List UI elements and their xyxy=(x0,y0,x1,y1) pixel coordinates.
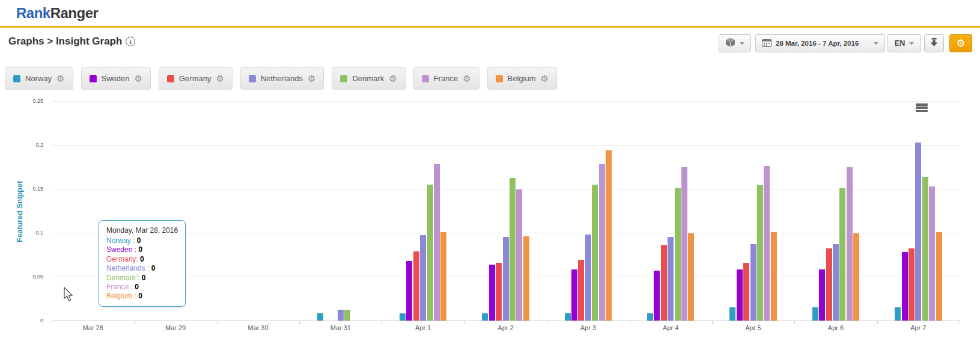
bar-france-apr2[interactable] xyxy=(516,189,522,321)
download-button[interactable] xyxy=(924,34,944,52)
bar-netherlands-mar31[interactable] xyxy=(338,310,344,321)
tooltip-row-norway: Norway : 0 xyxy=(106,236,178,245)
calendar-icon xyxy=(762,38,772,48)
series-color-swatch xyxy=(340,75,347,82)
bar-germany-apr4[interactable] xyxy=(661,245,667,321)
download-icon xyxy=(930,37,939,49)
gear-icon[interactable]: ⚙ xyxy=(56,74,64,83)
settings-button[interactable]: ⚙ xyxy=(949,34,972,52)
bar-france-apr3[interactable] xyxy=(599,164,605,321)
bar-germany-apr2[interactable] xyxy=(496,263,502,321)
legend-chip-belgium[interactable]: Belgium⚙ xyxy=(487,67,557,90)
gridline xyxy=(52,101,960,102)
x-tick-label: Mar 28 xyxy=(66,324,120,331)
language-dropdown-button[interactable]: EN xyxy=(887,34,921,52)
gear-icon[interactable]: ⚙ xyxy=(463,74,470,83)
bar-norway-apr1[interactable] xyxy=(400,313,406,321)
bar-norway-apr3[interactable] xyxy=(565,313,571,321)
legend-chip-norway[interactable]: Norway⚙ xyxy=(5,67,73,90)
date-range-button[interactable]: 28 Mar, 2016 - 7 Apr, 2016 xyxy=(755,34,885,52)
bar-norway-apr5[interactable] xyxy=(729,307,735,321)
logo-rank-text: Rank xyxy=(16,5,50,21)
gear-icon[interactable]: ⚙ xyxy=(308,74,315,83)
bar-france-apr1[interactable] xyxy=(434,164,440,321)
bar-netherlands-apr7[interactable] xyxy=(915,143,921,321)
x-tick-label: Apr 6 xyxy=(809,324,863,331)
bar-denmark-apr2[interactable] xyxy=(510,178,516,321)
bar-netherlands-apr2[interactable] xyxy=(503,237,509,321)
bar-belgium-apr5[interactable] xyxy=(771,232,777,321)
tooltip-row-netherlands: Netherlands : 0 xyxy=(106,264,178,273)
gear-icon[interactable]: ⚙ xyxy=(135,74,142,83)
bar-germany-apr1[interactable] xyxy=(413,251,419,321)
x-tick-label: Mar 30 xyxy=(231,324,285,331)
bar-france-apr4[interactable] xyxy=(681,167,687,321)
rankranger-logo[interactable]: RankRanger xyxy=(16,5,98,22)
bar-germany-apr6[interactable] xyxy=(826,248,832,321)
bar-belgium-apr3[interactable] xyxy=(606,150,612,321)
info-icon[interactable]: i xyxy=(126,37,135,46)
legend-chip-germany[interactable]: Germany⚙ xyxy=(159,67,233,90)
gridline xyxy=(52,145,960,146)
bar-norway-apr7[interactable] xyxy=(895,307,901,321)
x-tick-label: Mar 31 xyxy=(314,324,368,331)
bar-netherlands-apr5[interactable] xyxy=(750,244,756,321)
gear-icon[interactable]: ⚙ xyxy=(216,74,224,83)
legend-chip-netherlands[interactable]: Netherlands⚙ xyxy=(240,67,324,90)
rankranger-app: RankRanger Graphs > Insight Graphi 28 Ma… xyxy=(0,0,980,338)
bar-sweden-apr5[interactable] xyxy=(737,269,743,321)
date-range-label: 28 Mar, 2016 - 7 Apr, 2016 xyxy=(776,40,859,47)
bar-sweden-apr2[interactable] xyxy=(489,265,495,321)
bar-germany-apr5[interactable] xyxy=(743,263,749,321)
bar-sweden-apr1[interactable] xyxy=(406,261,412,321)
bar-germany-apr7[interactable] xyxy=(908,248,915,321)
package-cube-icon xyxy=(725,37,735,50)
bar-norway-apr2[interactable] xyxy=(482,313,488,321)
x-axis-tick xyxy=(794,321,795,324)
bar-denmark-apr6[interactable] xyxy=(839,188,845,321)
legend-chip-france[interactable]: France⚙ xyxy=(413,67,479,90)
x-tick-label: Apr 7 xyxy=(891,324,945,331)
gold-divider xyxy=(0,26,980,28)
bar-france-apr7[interactable] xyxy=(929,186,935,321)
chart-context-menu-icon[interactable] xyxy=(916,103,928,112)
bar-norway-apr4[interactable] xyxy=(647,313,653,321)
bar-sweden-apr6[interactable] xyxy=(819,269,825,321)
gear-icon[interactable]: ⚙ xyxy=(389,74,397,83)
bar-france-apr5[interactable] xyxy=(764,166,770,321)
bar-sweden-apr7[interactable] xyxy=(902,252,908,321)
bar-sweden-apr4[interactable] xyxy=(654,271,660,321)
top-header-bar: RankRanger xyxy=(0,0,980,26)
bar-netherlands-apr6[interactable] xyxy=(833,244,839,321)
bar-norway-apr6[interactable] xyxy=(812,307,818,321)
bar-netherlands-apr3[interactable] xyxy=(585,235,591,321)
bar-germany-apr3[interactable] xyxy=(578,260,584,321)
x-tick-label: Apr 5 xyxy=(726,324,781,331)
bar-belgium-apr6[interactable] xyxy=(853,233,859,321)
bar-france-apr6[interactable] xyxy=(847,167,853,321)
bar-belgium-apr1[interactable] xyxy=(440,232,446,321)
bar-sweden-apr3[interactable] xyxy=(571,269,577,321)
series-color-swatch xyxy=(90,75,97,82)
bar-netherlands-apr1[interactable] xyxy=(420,235,426,321)
bar-belgium-apr7[interactable] xyxy=(936,232,942,321)
x-tick-label: Apr 2 xyxy=(479,324,533,331)
legend-label: France xyxy=(434,74,458,83)
legend-chip-sweden[interactable]: Sweden⚙ xyxy=(81,67,151,90)
series-color-swatch xyxy=(249,75,256,82)
bar-netherlands-apr4[interactable] xyxy=(668,237,674,321)
bar-denmark-apr7[interactable] xyxy=(922,177,928,321)
bar-denmark-apr3[interactable] xyxy=(592,185,598,321)
x-axis-tick xyxy=(960,321,960,324)
x-axis-line xyxy=(52,321,960,321)
bar-denmark-apr1[interactable] xyxy=(427,185,433,321)
gear-icon[interactable]: ⚙ xyxy=(541,74,549,83)
legend-chip-denmark[interactable]: Denmark⚙ xyxy=(332,67,405,90)
bar-denmark-mar31[interactable] xyxy=(344,310,350,321)
bar-belgium-apr4[interactable] xyxy=(688,233,694,321)
bar-norway-mar31[interactable] xyxy=(317,313,323,321)
bar-denmark-apr4[interactable] xyxy=(675,188,681,321)
bar-belgium-apr2[interactable] xyxy=(523,236,529,321)
bar-denmark-apr5[interactable] xyxy=(757,185,763,321)
package-dropdown-button[interactable] xyxy=(719,34,751,52)
